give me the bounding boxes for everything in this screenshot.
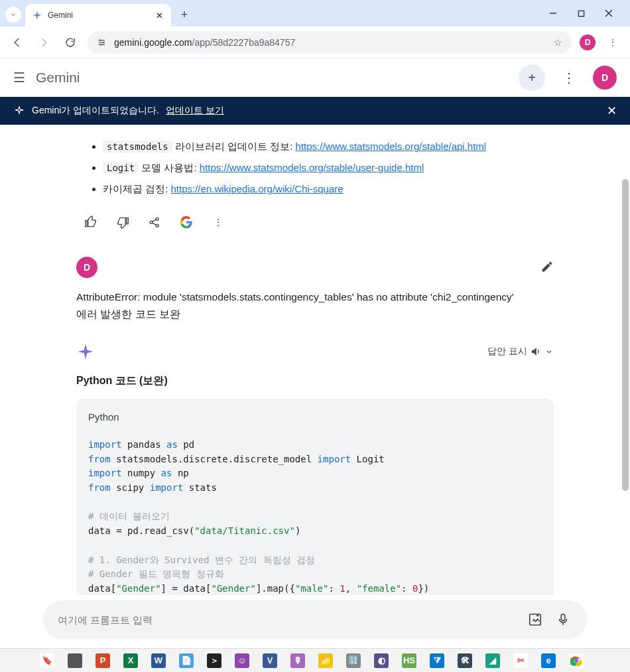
mic-button[interactable]: [554, 610, 572, 629]
site-settings-icon: [97, 37, 107, 48]
svg-point-12: [156, 224, 158, 227]
svg-point-18: [575, 659, 578, 662]
taskbar-app-icon[interactable]: 🎙: [290, 653, 305, 668]
user-message-text: AttributeError: module 'statsmodels.stat…: [76, 289, 554, 324]
thumbs-down-button[interactable]: [115, 214, 131, 230]
svg-rect-15: [530, 614, 541, 626]
share-button[interactable]: [147, 214, 162, 230]
svg-line-13: [153, 220, 157, 222]
banner-link[interactable]: 업데이트 보기: [166, 105, 224, 117]
browser-toolbar: gemini.google.com/app/58d2227ba9a84757 ☆…: [0, 27, 630, 58]
reference-item: Logit 모델 사용법: https://www.statsmodels.or…: [103, 159, 554, 176]
code-language-label: Python: [88, 409, 542, 425]
show-answers-button[interactable]: 답안 표시: [487, 346, 554, 358]
taskbar-app-icon[interactable]: V: [263, 653, 277, 668]
forward-button[interactable]: [34, 33, 53, 52]
window-close-button[interactable]: [601, 5, 617, 21]
taskbar-app-icon[interactable]: HS: [402, 653, 416, 668]
svg-point-11: [156, 218, 158, 220]
tab-close-button[interactable]: ✕: [154, 10, 164, 21]
taskbar-eclipse-icon[interactable]: ◐: [374, 653, 389, 668]
address-bar[interactable]: gemini.google.com/app/58d2227ba9a84757 ☆: [88, 31, 572, 54]
code-chip: statsmodels: [103, 141, 172, 153]
reference-link[interactable]: https://en.wikipedia.org/wiki/Chi-square: [171, 183, 344, 194]
prompt-input[interactable]: [58, 614, 517, 626]
reload-button[interactable]: [61, 33, 80, 52]
volume-icon: [530, 346, 542, 358]
menu-button[interactable]: ☰: [13, 70, 25, 86]
taskbar-excel-icon[interactable]: X: [123, 653, 138, 668]
banner-text: Gemini가 업데이트되었습니다.: [32, 105, 159, 117]
more-actions-button[interactable]: ⋮: [210, 214, 226, 230]
taskbar-app-icon[interactable]: ◢: [485, 653, 500, 668]
svg-point-10: [150, 221, 153, 224]
scrollbar-thumb[interactable]: [622, 179, 629, 491]
upload-image-button[interactable]: [526, 610, 544, 629]
reference-item: statsmodels 라이브러리 업데이트 정보: https://www.s…: [103, 138, 554, 155]
taskbar-vscode-icon[interactable]: ⧩: [430, 653, 444, 668]
window-minimize-button[interactable]: [545, 5, 561, 21]
new-chat-button[interactable]: +: [519, 64, 545, 91]
taskbar-powerpoint-icon[interactable]: P: [95, 653, 110, 668]
chevron-down-icon: [544, 347, 554, 356]
svg-line-14: [153, 223, 157, 225]
app-title: Gemini: [36, 70, 80, 86]
thumbs-up-button[interactable]: [83, 214, 99, 230]
taskbar-edge-icon[interactable]: e: [541, 653, 556, 668]
taskbar-app-icon[interactable]: 🔖: [40, 653, 54, 668]
chevron-down-icon: [9, 11, 17, 19]
window-maximize-button[interactable]: [573, 5, 589, 21]
taskbar-app-icon[interactable]: 🛠: [458, 653, 472, 668]
google-search-button[interactable]: [178, 214, 194, 230]
reference-list: statsmodels 라이브러리 업데이트 정보: https://www.s…: [76, 138, 554, 197]
app-menu-button[interactable]: ⋮: [556, 64, 582, 91]
svg-point-9: [100, 44, 102, 46]
window-titlebar: Gemini ✕ +: [0, 0, 630, 27]
tab-title: Gemini: [48, 11, 149, 20]
svg-point-7: [99, 39, 101, 41]
gemini-spark-icon: [76, 342, 95, 361]
url-text: gemini.google.com/app/58d2227ba9a84757: [114, 37, 547, 48]
edit-message-button[interactable]: [540, 260, 554, 275]
reference-link[interactable]: https://www.statsmodels.org/stable/user-…: [200, 162, 424, 173]
reference-link[interactable]: https://www.statsmodels.org/stable/api.h…: [296, 141, 487, 152]
svg-rect-16: [561, 614, 565, 621]
taskbar-word-icon[interactable]: W: [151, 653, 166, 668]
prompt-input-area: [0, 595, 630, 648]
taskbar-chrome-icon[interactable]: [569, 653, 584, 668]
message-actions: ⋮: [76, 204, 554, 243]
user-avatar-button[interactable]: D: [593, 66, 617, 90]
gemini-favicon-icon: [32, 10, 42, 21]
reference-item: 카이제곱 검정: https://en.wikipedia.org/wiki/C…: [103, 180, 554, 198]
update-banner: Gemini가 업데이트되었습니다. 업데이트 보기 ✕: [0, 97, 630, 125]
taskbar-terminal-icon[interactable]: ＞: [207, 653, 221, 668]
taskbar-app-icon[interactable]: ✂: [513, 653, 528, 668]
sparkle-icon: [13, 105, 25, 117]
app-header: ☰ Gemini + ⋮ D: [0, 58, 630, 97]
new-tab-button[interactable]: +: [175, 5, 194, 24]
code-chip: Logit: [103, 162, 139, 174]
windows-taskbar: 🔖 P X W 📄 ＞ ☺ V 🎙 📁 🔢 ◐ HS ⧩ 🛠 ◢ ✂ e: [0, 648, 630, 672]
ai-message: 답안 표시 Python 코드 (보완) Python import panda…: [76, 342, 554, 636]
svg-point-8: [103, 41, 105, 43]
banner-close-button[interactable]: ✕: [607, 103, 617, 118]
user-avatar-icon: D: [76, 257, 97, 278]
conversation-scroll[interactable]: statsmodels 라이브러리 업데이트 정보: https://www.s…: [0, 125, 630, 649]
taskbar-app-icon[interactable]: ☺: [235, 653, 249, 668]
response-section-title: Python 코드 (보완): [76, 374, 554, 388]
user-message: D AttributeError: module 'statsmodels.st…: [76, 257, 554, 324]
taskbar-explorer-icon[interactable]: 📁: [318, 653, 333, 668]
browser-tab[interactable]: Gemini ✕: [25, 4, 171, 27]
svg-rect-1: [578, 11, 584, 16]
taskbar-calculator-icon[interactable]: 🔢: [346, 653, 361, 668]
browser-profile-button[interactable]: D: [580, 34, 596, 50]
taskbar-app-icon[interactable]: [68, 653, 82, 668]
tab-search-button[interactable]: [5, 7, 21, 23]
back-button[interactable]: [8, 33, 27, 52]
taskbar-notepad-icon[interactable]: 📄: [179, 653, 194, 668]
bookmark-button[interactable]: ☆: [554, 37, 562, 48]
browser-menu-button[interactable]: ⋮: [603, 33, 622, 52]
